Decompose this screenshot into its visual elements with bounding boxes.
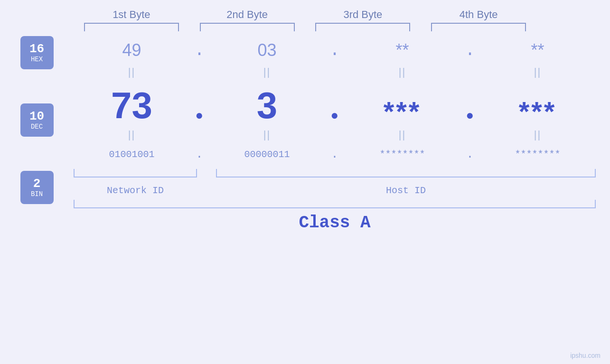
eq-sign-7: || [399, 129, 406, 141]
byte-label-4: 4th Byte [431, 9, 526, 21]
bin-value-3: ******** [379, 149, 425, 160]
data-columns: 49 . 03 . ** . ** || || [74, 31, 610, 233]
eq-sign-5: || [128, 129, 135, 141]
eq-sign-2: || [263, 66, 271, 78]
bin-cell-1: 01001001 [74, 149, 190, 160]
eq-sign-4: || [534, 66, 541, 78]
top-brackets-row [0, 23, 610, 31]
bin-dot-1: . [190, 148, 209, 161]
dec-badge-num: 10 [29, 110, 44, 123]
dec-value-2: 3 [257, 84, 277, 127]
equals-row-1: || || || || [74, 65, 596, 80]
badges-column: 16 HEX 10 DEC 2 BIN [0, 31, 74, 204]
hex-cell-1: 49 [74, 40, 190, 60]
watermark: ipshu.com [570, 352, 601, 359]
eq-sign-6: || [263, 129, 271, 141]
dec-cell-3: *** [344, 95, 460, 127]
host-id-label: Host ID [386, 185, 426, 196]
network-id-label: Network ID [107, 185, 164, 196]
bin-badge: 2 BIN [20, 171, 54, 204]
byte-label-2: 2nd Byte [200, 9, 295, 21]
host-bracket [216, 169, 596, 177]
bottom-brackets-area [74, 169, 596, 183]
top-bracket-3 [315, 23, 410, 31]
main-container: 1st Byte 2nd Byte 3rd Byte 4th Byte 16 H… [0, 0, 610, 364]
hex-cell-3: ** [344, 40, 460, 60]
bin-badge-label: BIN [31, 190, 43, 198]
hex-value-4: ** [531, 40, 544, 60]
hex-dot-1: . [190, 41, 209, 60]
byte-label-3: 3rd Byte [315, 9, 410, 21]
hex-dot-2: . [325, 41, 344, 60]
big-bottom-bracket [74, 200, 596, 208]
dec-badge-label: DEC [31, 123, 43, 131]
dec-data-row: 73 ● 3 ● *** ● *** [74, 80, 596, 127]
hex-value-3: ** [395, 40, 409, 60]
dec-value-4: *** [519, 95, 557, 127]
dec-dot-1: ● [190, 109, 209, 127]
equals-row-2: || || || || [74, 127, 596, 142]
bin-value-1: 01001001 [109, 149, 154, 160]
top-bracket-2 [200, 23, 295, 31]
id-labels-row: Network ID Host ID [74, 185, 596, 196]
hex-badge-num: 16 [29, 42, 44, 56]
class-a-text: Class A [299, 213, 370, 233]
dec-cell-1: 73 [74, 84, 190, 127]
bin-dot-2: . [325, 148, 344, 161]
dec-cell-2: 3 [209, 84, 325, 127]
dec-cell-4: *** [479, 95, 596, 127]
dec-dot-2: ● [325, 109, 344, 127]
bin-cell-2: 00000011 [209, 149, 325, 160]
bin-dot-3: . [460, 148, 479, 161]
class-a-row: Class A [74, 213, 596, 233]
top-bracket-1 [84, 23, 179, 31]
dec-badge: 10 DEC [20, 103, 54, 137]
dec-value-1: 73 [111, 84, 152, 127]
top-bracket-4 [431, 23, 526, 31]
network-bracket [74, 169, 197, 177]
main-data-area: 16 HEX 10 DEC 2 BIN 49 . [0, 31, 610, 364]
bin-cell-3: ******** [344, 149, 460, 160]
hex-cell-4: ** [479, 40, 596, 60]
hex-value-1: 49 [122, 40, 141, 60]
bin-badge-num: 2 [33, 177, 41, 191]
hex-dot-3: . [460, 41, 479, 60]
eq-sign-8: || [534, 129, 541, 141]
eq-sign-3: || [399, 66, 406, 78]
hex-value-2: 03 [257, 40, 276, 60]
bin-data-row: 01001001 . 00000011 . ******** . *******… [74, 142, 596, 166]
hex-badge: 16 HEX [20, 36, 54, 69]
dec-value-3: *** [384, 95, 422, 127]
byte-label-1: 1st Byte [84, 9, 179, 21]
eq-sign-1: || [128, 66, 135, 78]
bin-value-2: 00000011 [244, 149, 290, 160]
byte-labels-row: 1st Byte 2nd Byte 3rd Byte 4th Byte [0, 9, 610, 21]
hex-badge-label: HEX [31, 56, 43, 63]
hex-data-row: 49 . 03 . ** . ** [74, 36, 596, 65]
dec-dot-3: ● [460, 109, 479, 127]
bin-value-4: ******** [515, 149, 560, 160]
bin-cell-4: ******** [479, 149, 596, 160]
hex-cell-2: 03 [209, 40, 325, 60]
